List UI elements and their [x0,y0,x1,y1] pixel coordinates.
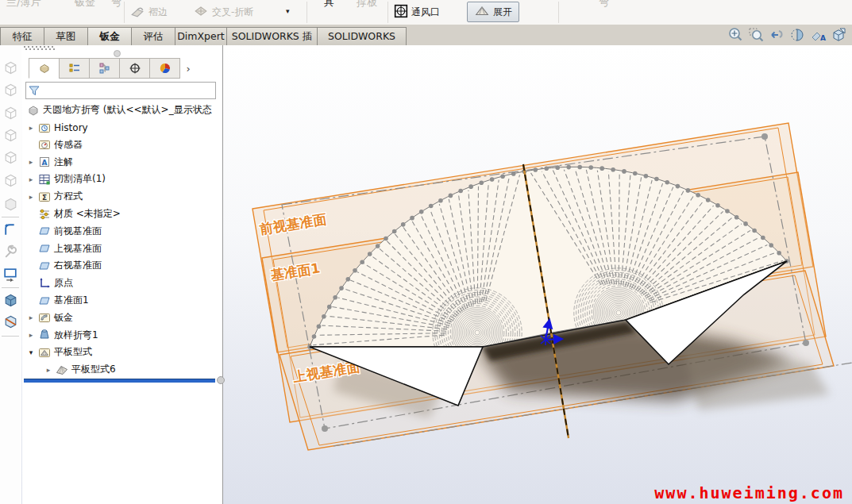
vent-button[interactable]: 通风口 [394,4,440,21]
tree-item-12[interactable]: ▸钣金 [27,311,73,325]
tools-icon[interactable] [2,244,19,260]
standard-view-cube-icon-4[interactable] [2,127,19,144]
tree-item-label: 切割清单(1) [54,172,106,186]
lofted-bend-icon [38,329,51,341]
ribbon-separator [124,2,125,23]
standard-view-cube-icon-5[interactable] [2,149,19,166]
tree-item-4[interactable]: ▸切割清单(1) [27,172,106,186]
rollback-bar[interactable] [24,379,215,383]
rollback-handle[interactable] [217,376,225,384]
tree-item-13[interactable]: ▸放样折弯1 [27,329,98,342]
update-view-icon[interactable] [2,266,19,283]
tree-item-10[interactable]: 原点 [27,276,73,290]
ribbon-separator [387,2,388,23]
manager-tab-strip: › [29,58,197,79]
tree-item-2[interactable]: 传感器 [27,138,83,152]
zoom-to-area-icon[interactable] [747,26,765,44]
tab-特征[interactable]: 特征 [0,27,44,45]
tree-item-label: 注解 [54,156,73,169]
ribbon-item-label: 弯 [599,0,609,8]
toolbar-separator [2,336,19,337]
watermark: www.huweiming.com [654,483,844,502]
tree-item-1[interactable]: ▸History [27,121,88,134]
tree-expand-arrow[interactable]: ▸ [27,314,35,321]
ribbon-item-label: 通风口 [411,6,440,19]
bend-button-partial[interactable]: 弯 [111,0,121,10]
tree-item-label: 传感器 [54,138,83,152]
ribbon-item-label: ▾ [286,7,290,15]
dimxpertmanager-tab[interactable] [119,58,150,79]
tree-item-8[interactable]: 上视基准面 [27,242,102,256]
command-manager-ribbon: 兰/薄片钣金弯褶边交叉-折断▾具撑板通风口展开弯 [0,0,852,25]
displaymanager-tab[interactable] [149,58,180,79]
tree-expand-arrow[interactable]: ▸ [27,175,35,183]
tree-root-item[interactable]: 天圆地方折弯 (默认<<默认>_显示状态 [27,103,212,117]
lofted-bend-button-partial[interactable]: 弯 [599,0,609,10]
heads-up-view-toolbar: A [727,26,847,44]
view-orientation-icon[interactable] [830,26,847,44]
cutlist-icon [38,173,51,186]
tree-item-5[interactable]: ▸Σ方程式 [27,190,83,203]
tree-expand-arrow[interactable]: ▸ [27,331,35,339]
tree-expand-arrow[interactable]: ▸ [44,366,52,374]
tab-dimxpert[interactable]: DimXpert [175,27,227,45]
command-manager-tab-bar: 特征草图钣金评估DimXpertSOLIDWORKS 插件SOLIDWORKS … [0,25,852,47]
tab-strip: 特征草图钣金评估DimXpertSOLIDWORKS 插件SOLIDWORKS … [0,27,406,45]
tree-expand-arrow[interactable]: ▸ [27,193,35,201]
tree-filter [25,82,216,99]
tree-item-15[interactable]: ▸平板型式6 [44,363,116,376]
tree-item-9[interactable]: 右视基准面 [27,259,102,272]
vent-icon [394,4,408,21]
svg-text:A: A [820,34,826,42]
panel-collapse-handle[interactable] [114,50,121,57]
tree-item-7[interactable]: 前视基准面 [27,225,102,238]
zoom-to-fit-icon[interactable] [727,26,744,44]
filter-funnel-icon [28,84,40,97]
sheetmetal-folder-icon [38,311,51,324]
isometric-view-icon[interactable] [2,196,19,213]
propertymanager-tab[interactable] [59,58,90,79]
tree-item-3[interactable]: ▸A注解 [27,156,73,169]
tree-item-11[interactable]: 基准面1 [27,294,89,307]
hem-button[interactable]: 褶边 [129,4,168,21]
standard-view-cube-icon-3[interactable] [2,105,19,121]
tab-solidworks-插件[interactable]: SOLIDWORKS 插件 [226,27,318,45]
tree-expand-arrow[interactable]: ▸ [27,158,35,166]
previous-view-icon[interactable] [768,26,785,44]
3d-sketch-icon[interactable] [2,221,19,238]
gusset-button-partial[interactable]: 撑板 [357,0,377,10]
flyout-arrow[interactable]: ▾ [286,7,290,15]
manager-tabs-overflow[interactable]: › [179,58,197,79]
panel-drag-dots[interactable] [24,46,56,50]
svg-text:Σ: Σ [42,193,47,201]
section-view-cube-icon[interactable] [2,314,19,330]
tab-评估[interactable]: 评估 [131,27,175,45]
standard-view-cube-icon-1[interactable] [2,60,19,76]
section-view-icon[interactable] [788,26,806,44]
cross-break-button[interactable]: 交叉-折断 [193,4,253,21]
sheetmetal-button-partial[interactable]: 钣金 [75,0,95,10]
tree-expand-arrow[interactable]: ▸ [27,124,35,132]
tree-item-14[interactable]: ▾平板型式 [27,345,92,359]
standard-view-cube-icon-2[interactable] [2,82,19,98]
appearance-icon[interactable]: A [809,26,827,44]
tab-钣金[interactable]: 钣金 [87,27,132,45]
forming-tool-button-partial[interactable]: 具 [324,0,334,10]
unfold-button[interactable]: 展开 [467,2,519,22]
annotations-icon: A [38,156,51,168]
tree-item-label: 右视基准面 [54,259,102,272]
tree-item-label: History [54,122,88,133]
featuremanager-tab[interactable] [29,58,60,79]
origin-icon [38,277,51,290]
tree-item-6[interactable]: 材质 <未指定> [27,207,121,221]
tree-root-label: 天圆地方折弯 (默认<<默认>_显示状态 [43,103,212,117]
ribbon-item-label: 撑板 [357,0,377,8]
standard-view-cube-icon-6[interactable] [2,172,19,189]
tab-草图[interactable]: 草图 [44,27,88,45]
flange-thin-tab-button-partial[interactable]: 兰/薄片 [6,0,40,10]
tree-expand-arrow[interactable]: ▾ [27,348,35,356]
filter-input[interactable] [42,83,215,98]
tab-solidworks-mbd[interactable]: SOLIDWORKS MBD [317,27,407,45]
configurationmanager-tab[interactable] [89,58,120,79]
shaded-with-edges-icon[interactable] [2,292,19,309]
